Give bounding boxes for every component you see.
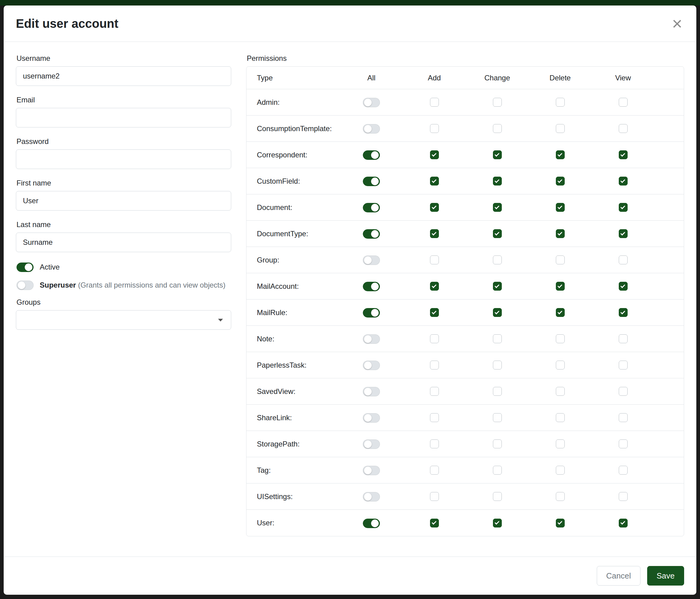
permission-delete-checkbox[interactable] bbox=[556, 203, 565, 212]
permission-all-toggle[interactable] bbox=[363, 492, 380, 502]
permission-add-checkbox[interactable] bbox=[430, 203, 439, 212]
permission-view-checkbox[interactable] bbox=[619, 361, 628, 369]
permission-all-toggle[interactable] bbox=[363, 177, 380, 186]
permission-view-checkbox[interactable] bbox=[619, 387, 628, 396]
permission-all-toggle[interactable] bbox=[363, 282, 380, 291]
checkmark-icon bbox=[495, 178, 500, 183]
permission-delete-checkbox[interactable] bbox=[556, 282, 565, 291]
permission-delete-checkbox[interactable] bbox=[556, 124, 565, 133]
permission-all-toggle[interactable] bbox=[363, 124, 380, 134]
permission-all-toggle[interactable] bbox=[363, 229, 380, 239]
email-field[interactable] bbox=[16, 108, 231, 127]
superuser-toggle[interactable] bbox=[17, 281, 33, 290]
permission-add-checkbox[interactable] bbox=[430, 150, 439, 159]
permission-change-checkbox[interactable] bbox=[493, 177, 502, 186]
permission-all-toggle[interactable] bbox=[363, 203, 380, 212]
permission-change-checkbox[interactable] bbox=[493, 387, 502, 396]
permission-delete-checkbox[interactable] bbox=[556, 519, 565, 527]
permission-all-toggle[interactable] bbox=[363, 334, 380, 344]
permission-view-checkbox[interactable] bbox=[619, 98, 628, 107]
first-name-field[interactable] bbox=[16, 191, 231, 211]
permission-delete-checkbox[interactable] bbox=[556, 439, 565, 448]
permission-all-toggle[interactable] bbox=[363, 308, 380, 317]
permission-view-checkbox[interactable] bbox=[619, 492, 628, 501]
checkmark-icon bbox=[495, 310, 500, 314]
permission-view-checkbox[interactable] bbox=[619, 256, 628, 264]
permission-change-checkbox[interactable] bbox=[493, 334, 502, 343]
permission-delete-checkbox[interactable] bbox=[556, 308, 565, 317]
permission-delete-checkbox[interactable] bbox=[556, 256, 565, 264]
permission-delete-checkbox[interactable] bbox=[556, 229, 565, 238]
permission-delete-checkbox[interactable] bbox=[556, 413, 565, 422]
permission-all-toggle[interactable] bbox=[363, 150, 380, 160]
permission-all-toggle[interactable] bbox=[363, 439, 380, 449]
permission-change-checkbox[interactable] bbox=[493, 256, 502, 264]
active-toggle[interactable] bbox=[17, 263, 33, 272]
password-field[interactable] bbox=[16, 149, 231, 169]
permission-add-checkbox[interactable] bbox=[430, 124, 439, 133]
permission-all-toggle[interactable] bbox=[363, 466, 380, 475]
permission-all-toggle[interactable] bbox=[363, 256, 380, 265]
permission-add-checkbox[interactable] bbox=[430, 177, 439, 186]
last-name-field[interactable] bbox=[16, 233, 231, 252]
permission-delete-checkbox[interactable] bbox=[556, 466, 565, 475]
groups-select[interactable] bbox=[16, 310, 231, 330]
toggle-knob bbox=[364, 388, 372, 396]
permission-delete-checkbox[interactable] bbox=[556, 98, 565, 107]
permission-all-toggle[interactable] bbox=[363, 361, 380, 370]
permission-view-checkbox[interactable] bbox=[619, 282, 628, 291]
permission-change-checkbox[interactable] bbox=[493, 466, 502, 475]
permission-add-checkbox[interactable] bbox=[430, 413, 439, 422]
permission-change-checkbox[interactable] bbox=[493, 124, 502, 133]
permission-view-checkbox[interactable] bbox=[619, 150, 628, 159]
permission-view-checkbox[interactable] bbox=[619, 124, 628, 133]
permission-change-checkbox[interactable] bbox=[493, 439, 502, 448]
permission-add-checkbox[interactable] bbox=[430, 282, 439, 291]
permission-add-checkbox[interactable] bbox=[430, 98, 439, 107]
permission-add-checkbox[interactable] bbox=[430, 519, 439, 527]
permission-change-checkbox[interactable] bbox=[493, 308, 502, 317]
permission-add-checkbox[interactable] bbox=[430, 466, 439, 475]
permission-all-toggle[interactable] bbox=[363, 413, 380, 423]
permission-view-checkbox[interactable] bbox=[619, 519, 628, 527]
permission-add-checkbox[interactable] bbox=[430, 387, 439, 396]
permission-view-checkbox[interactable] bbox=[619, 308, 628, 317]
permission-view-checkbox[interactable] bbox=[619, 466, 628, 475]
permission-view-checkbox[interactable] bbox=[619, 439, 628, 448]
permission-change-checkbox[interactable] bbox=[493, 413, 502, 422]
cancel-button[interactable]: Cancel bbox=[597, 566, 641, 585]
permission-add-checkbox[interactable] bbox=[430, 492, 439, 501]
permission-add-checkbox[interactable] bbox=[430, 439, 439, 448]
permission-change-checkbox[interactable] bbox=[493, 361, 502, 369]
permission-change-checkbox[interactable] bbox=[493, 229, 502, 238]
close-icon[interactable]: × bbox=[670, 15, 684, 32]
email-label: Email bbox=[17, 96, 231, 104]
username-input[interactable] bbox=[16, 66, 231, 86]
permission-view-checkbox[interactable] bbox=[619, 413, 628, 422]
permission-change-checkbox[interactable] bbox=[493, 150, 502, 159]
permission-view-checkbox[interactable] bbox=[619, 177, 628, 186]
permission-delete-checkbox[interactable] bbox=[556, 334, 565, 343]
save-button[interactable]: Save bbox=[647, 566, 684, 585]
permission-all-toggle[interactable] bbox=[363, 387, 380, 397]
permission-change-checkbox[interactable] bbox=[493, 519, 502, 527]
permission-add-checkbox[interactable] bbox=[430, 229, 439, 238]
permission-add-checkbox[interactable] bbox=[430, 256, 439, 264]
permission-view-checkbox[interactable] bbox=[619, 203, 628, 212]
permission-delete-checkbox[interactable] bbox=[556, 150, 565, 159]
permission-add-checkbox[interactable] bbox=[430, 361, 439, 369]
permission-all-toggle[interactable] bbox=[363, 519, 380, 528]
permission-change-checkbox[interactable] bbox=[493, 98, 502, 107]
permission-view-checkbox[interactable] bbox=[619, 229, 628, 238]
permission-delete-checkbox[interactable] bbox=[556, 492, 565, 501]
permission-add-checkbox[interactable] bbox=[430, 334, 439, 343]
permission-delete-checkbox[interactable] bbox=[556, 387, 565, 396]
permission-change-checkbox[interactable] bbox=[493, 492, 502, 501]
permission-change-checkbox[interactable] bbox=[493, 282, 502, 291]
permission-delete-checkbox[interactable] bbox=[556, 361, 565, 369]
permission-delete-checkbox[interactable] bbox=[556, 177, 565, 186]
permission-add-checkbox[interactable] bbox=[430, 308, 439, 317]
permission-change-checkbox[interactable] bbox=[493, 203, 502, 212]
permission-view-checkbox[interactable] bbox=[619, 334, 628, 343]
permission-all-toggle[interactable] bbox=[363, 98, 380, 107]
